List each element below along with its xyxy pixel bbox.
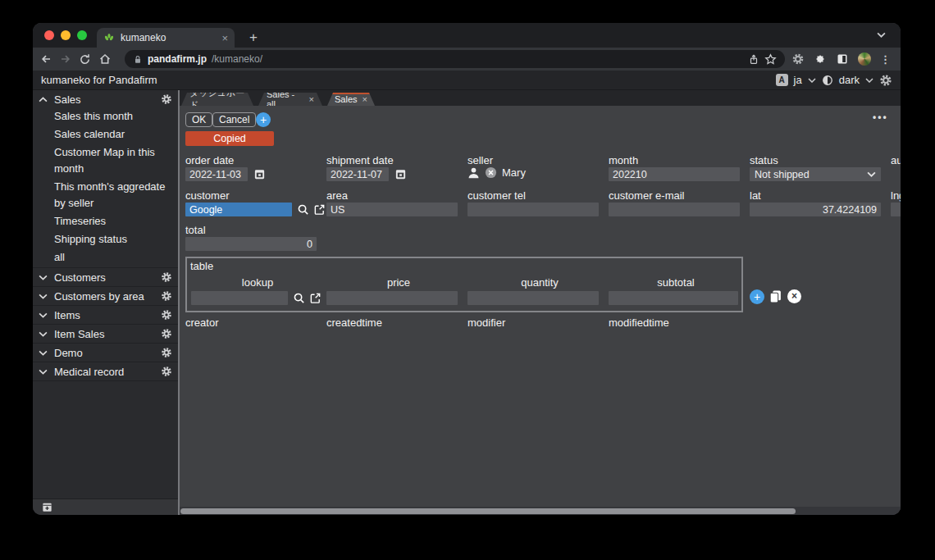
lat-input[interactable] <box>750 203 881 216</box>
browser-tab-kumaneko[interactable]: kumaneko × <box>97 28 235 48</box>
share-icon[interactable] <box>748 53 759 66</box>
sidebar-item-customers[interactable]: Customers <box>33 269 178 285</box>
translate-icon[interactable]: A <box>776 74 788 86</box>
total-input[interactable] <box>185 237 317 251</box>
minimize-window-button[interactable] <box>61 30 71 40</box>
delete-row-icon[interactable]: × <box>787 289 801 303</box>
horizontal-scrollbar-thumb[interactable] <box>180 508 796 514</box>
language-chevron-icon[interactable] <box>808 78 816 83</box>
chevron-down-icon[interactable] <box>39 350 48 356</box>
sidebar-item-aggregate-by-seller[interactable]: This month's aggredate by seller <box>33 178 176 212</box>
chevron-down-icon[interactable] <box>39 275 48 280</box>
sidebar-item-items[interactable]: Items <box>33 307 178 323</box>
tab-close-icon[interactable]: × <box>363 94 367 104</box>
month-input[interactable] <box>609 167 740 181</box>
tab-list-chevron-icon[interactable] <box>877 32 886 38</box>
cancel-button[interactable]: Cancel <box>212 112 256 127</box>
customers-by-area-gear-icon[interactable] <box>161 290 172 302</box>
lookup-input[interactable] <box>191 291 288 305</box>
subtotal-input[interactable] <box>609 291 738 305</box>
bookmark-star-icon[interactable] <box>764 53 777 66</box>
url-bar[interactable]: pandafirm.jp/kumaneko/ <box>125 50 785 68</box>
chevron-up-icon[interactable] <box>39 97 48 102</box>
status-select[interactable]: Not shipped <box>750 167 881 181</box>
customer-tel-input[interactable] <box>468 203 599 216</box>
medical-record-gear-icon[interactable] <box>161 366 172 377</box>
profile-avatar[interactable] <box>858 52 871 66</box>
chevron-down-icon[interactable] <box>39 312 48 318</box>
new-tab-button[interactable]: + <box>244 29 262 47</box>
customer-email-input[interactable] <box>609 203 740 216</box>
chevron-down-icon[interactable] <box>39 294 48 299</box>
demo-gear-icon[interactable] <box>161 347 172 358</box>
tab-close-icon[interactable]: × <box>221 33 228 43</box>
contrast-icon[interactable] <box>822 75 833 86</box>
calendar-icon[interactable] <box>253 168 266 180</box>
add-record-button[interactable]: + <box>256 112 271 127</box>
tab-sales[interactable]: Sales × <box>327 93 375 106</box>
sidebar-item-medical-record[interactable]: Medical record <box>33 363 178 380</box>
ok-button[interactable]: OK <box>185 112 212 127</box>
tab-sales-all[interactable]: Sales - all × <box>258 93 322 106</box>
chevron-down-icon[interactable] <box>39 369 48 375</box>
area-input[interactable] <box>326 203 458 216</box>
tab-close-icon[interactable]: × <box>309 94 314 104</box>
column-header-quantity: quantity <box>469 276 610 289</box>
remove-seller-icon[interactable] <box>485 166 497 179</box>
quantity-input[interactable] <box>468 291 599 305</box>
createdtime-label: createdtime <box>326 316 382 329</box>
customers-gear-icon[interactable] <box>161 271 172 283</box>
sidebar-item-label: Customers <box>54 271 161 284</box>
sidebar-section-demo: Demo <box>33 344 178 362</box>
price-input[interactable] <box>326 291 458 305</box>
open-in-new-icon[interactable] <box>309 292 322 304</box>
extensions-puzzle-icon[interactable] <box>814 52 827 66</box>
home-icon[interactable] <box>98 52 118 66</box>
shipment-date-input[interactable] <box>326 167 389 181</box>
sidebar-item-sales-this-month[interactable]: Sales this month <box>33 107 176 125</box>
customer-input[interactable] <box>185 203 292 216</box>
calendar-icon[interactable] <box>395 168 407 180</box>
sidebar-item-customer-map[interactable]: Customer Map in this month <box>33 143 176 178</box>
search-icon[interactable] <box>293 292 305 304</box>
open-in-new-icon[interactable] <box>313 203 326 216</box>
add-row-button[interactable]: + <box>750 289 764 304</box>
sidebar-item-sales[interactable]: Sales <box>33 91 178 107</box>
extension-gear-icon[interactable] <box>791 52 805 66</box>
favicon-paw-icon <box>103 32 115 43</box>
tab-label: ダッシュボード <box>189 90 245 112</box>
back-icon[interactable] <box>39 52 59 66</box>
copied-banner: Copied <box>185 131 274 146</box>
order-date-input[interactable] <box>185 167 248 181</box>
sidebar-item-demo[interactable]: Demo <box>33 344 178 361</box>
duplicate-row-icon[interactable] <box>769 289 782 303</box>
sidebar-item-sales-calendar[interactable]: Sales calendar <box>33 125 176 143</box>
sales-gear-icon[interactable] <box>161 93 172 105</box>
more-options-icon[interactable]: ••• <box>873 112 888 123</box>
settings-gear-icon[interactable] <box>879 74 892 87</box>
sidebar-item-shipping-status[interactable]: Shipping status <box>33 230 176 248</box>
browser-menu-icon[interactable]: ⋮ <box>880 53 891 66</box>
browser-tab-title: kumaneko <box>121 32 216 43</box>
reading-mode-icon[interactable] <box>836 52 849 66</box>
add-app-icon[interactable] <box>41 501 53 513</box>
sidebar-item-item-sales[interactable]: Item Sales <box>33 326 178 342</box>
theme-chevron-icon[interactable] <box>865 78 873 83</box>
chevron-down-icon[interactable] <box>39 331 48 337</box>
language-value[interactable]: ja <box>794 74 802 86</box>
search-icon[interactable] <box>297 203 309 216</box>
horizontal-scrollbar-track[interactable] <box>180 507 901 515</box>
maximize-window-button[interactable] <box>77 30 87 40</box>
items-gear-icon[interactable] <box>161 309 172 321</box>
sidebar-item-customers-by-area[interactable]: Customers by area <box>33 288 178 304</box>
sidebar-item-timeseries[interactable]: Timeseries <box>33 212 176 230</box>
status-label: status <box>750 154 778 166</box>
forward-icon[interactable] <box>59 52 79 66</box>
lng-input[interactable] <box>891 203 901 216</box>
reload-icon[interactable] <box>79 53 98 66</box>
theme-value[interactable]: dark <box>839 74 860 86</box>
sidebar-item-all[interactable]: all <box>33 248 176 266</box>
item-sales-gear-icon[interactable] <box>161 328 172 339</box>
tab-dashboard[interactable]: ダッシュボード <box>181 93 253 106</box>
close-window-button[interactable] <box>44 30 54 40</box>
